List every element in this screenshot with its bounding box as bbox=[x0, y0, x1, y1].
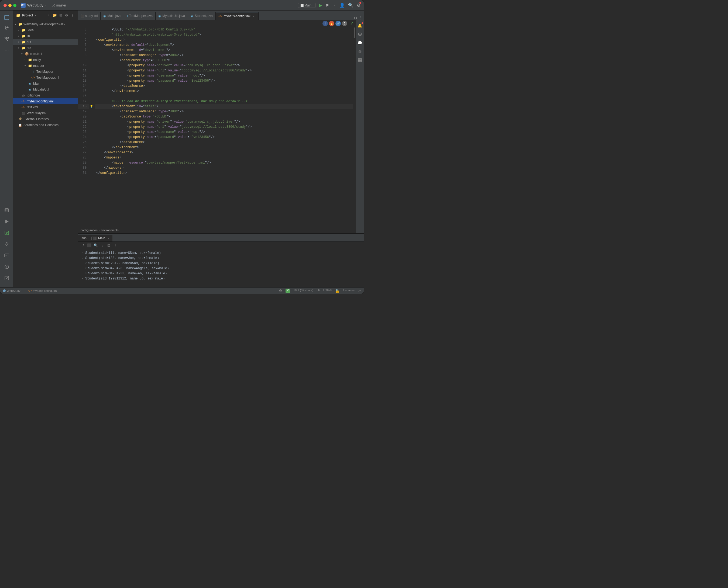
tree-item-webstudy[interactable]: ▾ 📁 WebStudy ~/Desktop/CS/Jav… bbox=[13, 21, 78, 27]
maximize-button[interactable] bbox=[13, 4, 17, 7]
run-tab-main[interactable]: ⬛ Main × bbox=[89, 235, 113, 241]
print-button[interactable]: ⊡ bbox=[106, 243, 112, 248]
tab-menu[interactable]: ⋮ bbox=[358, 16, 362, 20]
profile-button[interactable]: 👤 bbox=[340, 3, 345, 8]
vcs-button[interactable] bbox=[2, 23, 12, 33]
scrollbar-thumb[interactable] bbox=[354, 27, 355, 38]
firebase-icon[interactable]: 🔥 bbox=[329, 21, 334, 26]
problems-button[interactable] bbox=[2, 262, 12, 272]
output-collapse-icon[interactable]: › bbox=[81, 277, 83, 280]
tab-close-mybatis-config[interactable]: × bbox=[252, 14, 256, 18]
app-name[interactable]: WS WebStudy › bbox=[21, 3, 46, 8]
ai-panel-icon[interactable] bbox=[357, 48, 363, 55]
branch-selector[interactable]: ⎇ master › bbox=[52, 3, 68, 7]
plugins-button[interactable]: ⋯ bbox=[2, 45, 12, 55]
minimize-button[interactable] bbox=[8, 4, 12, 7]
scroll-to-end-button[interactable]: ↓ bbox=[100, 243, 105, 248]
tree-item-mybatis-config[interactable]: </> mybatis-config.xml bbox=[13, 98, 78, 104]
sidebar-tree: ▾ 📁 WebStudy ~/Desktop/CS/Jav… › 📁 .idea… bbox=[13, 20, 78, 287]
add-folder-button[interactable]: 📂 bbox=[52, 13, 57, 18]
editor-content[interactable]: 3 4 5 6 7 8 9 10 11 12 13 14 15 bbox=[78, 27, 356, 227]
add-file-button[interactable]: + bbox=[46, 13, 51, 18]
tree-item-text-xml[interactable]: </> text.xml bbox=[13, 104, 78, 110]
notifications-button[interactable] bbox=[2, 228, 12, 238]
tree-item-src[interactable]: ▾ 📁 src bbox=[13, 45, 78, 51]
tree-item-main[interactable]: ◉ Main bbox=[13, 81, 78, 86]
search-button[interactable]: 🔍 bbox=[348, 3, 353, 8]
tree-item-lib[interactable]: › 📁 lib bbox=[13, 33, 78, 39]
tree-item-comtest[interactable]: ▾ 📦 com.test bbox=[13, 51, 78, 57]
status-line-ending[interactable]: LF bbox=[317, 289, 320, 293]
tab-scroll-right[interactable]: › bbox=[356, 16, 357, 20]
line-numbers: 3 4 5 6 7 8 9 10 11 12 13 14 15 bbox=[78, 27, 89, 227]
tab-mybatis-config-xml[interactable]: </> mybatis-config.xml × bbox=[216, 12, 259, 20]
intellij-icon[interactable]: i bbox=[322, 21, 328, 26]
debug-button[interactable]: ⚑ bbox=[325, 3, 329, 8]
status-share-icon[interactable]: ↗ bbox=[358, 289, 361, 293]
link-icon[interactable]: 🔗 bbox=[336, 21, 341, 26]
code-line-4: "http://mybatis.org/dtd/mybatis-3-config… bbox=[95, 32, 353, 37]
settings-sidebar-button[interactable]: ⚙ bbox=[64, 13, 69, 18]
tree-label-webstudy-iml: WebStudy.iml bbox=[27, 111, 46, 115]
tree-item-gitignore[interactable]: ◎ .gitignore bbox=[13, 92, 78, 98]
tree-arrow: › bbox=[15, 124, 18, 126]
breadcrumb-item-config[interactable]: configuration bbox=[81, 229, 98, 232]
run-tab-label[interactable]: Run bbox=[78, 235, 89, 241]
tree-item-entity[interactable]: › 📁 entity bbox=[13, 57, 78, 63]
chat-panel-icon[interactable]: 💬 bbox=[357, 40, 363, 46]
svg-rect-0 bbox=[5, 15, 9, 20]
tab-scroll-left[interactable]: ‹ bbox=[354, 16, 355, 20]
structure-button[interactable] bbox=[2, 34, 12, 44]
tab-testmapper-java[interactable]: I TestMapper.java bbox=[124, 12, 156, 20]
tree-item-testmapper-java[interactable]: I TestMapper bbox=[13, 69, 78, 75]
tree-item-external-libraries[interactable]: › 🏛 External Libraries bbox=[13, 116, 78, 122]
status-gear-icon[interactable]: ⚙ bbox=[279, 289, 282, 293]
run-tab-close[interactable]: × bbox=[106, 236, 110, 240]
collapse-all-button[interactable]: ⊟ bbox=[58, 13, 63, 18]
gutter-21 bbox=[89, 119, 94, 124]
tree-item-out[interactable]: ▾ 📁 out bbox=[13, 39, 78, 45]
traffic-lights bbox=[3, 4, 17, 7]
tab-main-java[interactable]: ◉ Main.java bbox=[101, 12, 124, 20]
status-indent[interactable]: 4 spaces bbox=[343, 289, 355, 293]
tab-student-java[interactable]: ◉ Student.java bbox=[188, 12, 216, 20]
tab-mybatisutil-java[interactable]: ◉ MybatisUtil.java bbox=[156, 12, 188, 20]
stop-button[interactable]: ⬛ bbox=[86, 243, 92, 248]
tree-label-external-libraries: External Libraries bbox=[23, 117, 48, 121]
terminal-button[interactable] bbox=[2, 251, 12, 260]
close-button[interactable] bbox=[3, 4, 7, 7]
database-panel-icon[interactable] bbox=[357, 31, 363, 38]
database-button[interactable] bbox=[2, 205, 12, 215]
tree-item-testmapper-xml[interactable]: </> TestMapper.xml bbox=[13, 75, 78, 81]
line-num-9: 9 bbox=[78, 58, 89, 63]
more-sidebar-button[interactable]: ⋮ bbox=[70, 13, 75, 18]
tree-item-scratches[interactable]: › 📋 Scratches and Consoles bbox=[13, 122, 78, 128]
tools-button[interactable] bbox=[2, 239, 12, 249]
more-options-button[interactable]: ⋮ bbox=[332, 3, 336, 8]
run-button[interactable]: ▶ bbox=[319, 3, 322, 8]
settings-button[interactable]: ⚙ bbox=[357, 3, 361, 8]
more-button[interactable]: ⋮ bbox=[113, 243, 118, 248]
filter-button[interactable]: 🔍 bbox=[93, 243, 98, 248]
breadcrumb-item-env[interactable]: environments bbox=[101, 229, 119, 232]
code-area[interactable]: PUBLIC "-//mybatis.org//DTD Config 3.0//… bbox=[94, 27, 353, 227]
gutter-18[interactable]: 💡 bbox=[89, 104, 94, 109]
tree-item-mybatisutil[interactable]: ◉ MybatisUtil bbox=[13, 86, 78, 92]
notifications-panel-icon[interactable]: 🔔 bbox=[357, 22, 363, 29]
status-file-path[interactable]: </> mybatis-config.xml bbox=[28, 289, 57, 292]
sidebar-toggle-button[interactable] bbox=[2, 13, 12, 22]
tree-item-webstudy-iml[interactable]: ⬛ WebStudy.iml bbox=[13, 110, 78, 116]
help-icon[interactable]: ? bbox=[342, 21, 347, 26]
app-window: WS WebStudy › ⎇ master › ⬜ Main › ▶ ⚑ ⋮ … bbox=[0, 0, 364, 294]
todo-button[interactable] bbox=[2, 273, 12, 283]
vertical-scrollbar[interactable] bbox=[353, 27, 356, 227]
status-position[interactable]: 18:1 (32 chars) bbox=[294, 289, 313, 293]
status-encoding[interactable]: UTF-8 bbox=[323, 289, 332, 293]
tab-study-iml[interactable]: ⬛ study.iml bbox=[78, 12, 101, 20]
rerun-button[interactable]: ↺ bbox=[80, 243, 85, 248]
tree-item-mapper[interactable]: ▾ 📁 mapper bbox=[13, 63, 78, 69]
run-panel-button[interactable] bbox=[2, 217, 12, 226]
plugin2-icon[interactable] bbox=[357, 57, 363, 63]
run-config-selector[interactable]: ⬜ Main › bbox=[298, 3, 316, 8]
tree-item-idea[interactable]: › 📁 .idea bbox=[13, 27, 78, 33]
